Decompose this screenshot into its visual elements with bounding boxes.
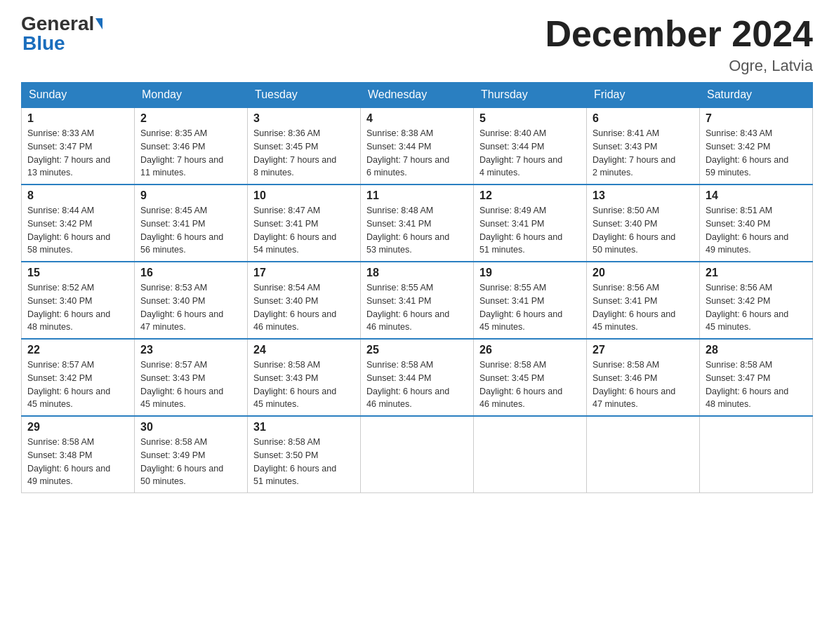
day-info: Sunrise: 8:41 AM Sunset: 3:43 PM Dayligh…: [593, 127, 694, 180]
day-info: Sunrise: 8:44 AM Sunset: 3:42 PM Dayligh…: [27, 204, 128, 257]
day-number: 9: [140, 189, 241, 202]
day-info: Sunrise: 8:58 AM Sunset: 3:43 PM Dayligh…: [253, 358, 355, 411]
day-info: Sunrise: 8:40 AM Sunset: 3:44 PM Dayligh…: [479, 127, 581, 180]
calendar-cell: 20 Sunrise: 8:56 AM Sunset: 3:41 PM Dayl…: [587, 262, 700, 339]
calendar-cell: 7 Sunrise: 8:43 AM Sunset: 3:42 PM Dayli…: [700, 107, 813, 185]
day-number: 12: [479, 189, 581, 202]
day-info: Sunrise: 8:56 AM Sunset: 3:42 PM Dayligh…: [706, 281, 807, 334]
calendar-cell: 8 Sunrise: 8:44 AM Sunset: 3:42 PM Dayli…: [22, 185, 135, 262]
day-number: 19: [479, 267, 581, 279]
day-info: Sunrise: 8:58 AM Sunset: 3:49 PM Dayligh…: [140, 436, 241, 488]
month-title: December 2024: [545, 14, 813, 54]
calendar-cell: 1 Sunrise: 8:33 AM Sunset: 3:47 PM Dayli…: [22, 107, 135, 185]
day-info: Sunrise: 8:58 AM Sunset: 3:46 PM Dayligh…: [593, 358, 694, 411]
day-number: 7: [706, 112, 807, 125]
day-number: 10: [253, 189, 355, 202]
col-wednesday: Wednesday: [361, 83, 474, 108]
calendar-cell: 31 Sunrise: 8:58 AM Sunset: 3:50 PM Dayl…: [248, 416, 361, 493]
day-info: Sunrise: 8:58 AM Sunset: 3:45 PM Dayligh…: [479, 358, 581, 411]
day-number: 22: [27, 344, 128, 356]
location: Ogre, Latvia: [545, 57, 813, 75]
day-number: 29: [27, 421, 128, 434]
day-info: Sunrise: 8:50 AM Sunset: 3:40 PM Dayligh…: [593, 204, 694, 257]
logo: General Blue: [21, 14, 102, 53]
day-info: Sunrise: 8:38 AM Sunset: 3:44 PM Dayligh…: [366, 127, 468, 180]
calendar-cell: 28 Sunrise: 8:58 AM Sunset: 3:47 PM Dayl…: [700, 339, 813, 416]
day-info: Sunrise: 8:58 AM Sunset: 3:48 PM Dayligh…: [27, 436, 128, 488]
day-info: Sunrise: 8:52 AM Sunset: 3:40 PM Dayligh…: [27, 281, 128, 334]
calendar-cell: [587, 416, 700, 493]
day-number: 6: [593, 112, 694, 125]
calendar-cell: 2 Sunrise: 8:35 AM Sunset: 3:46 PM Dayli…: [135, 107, 248, 185]
day-number: 28: [706, 344, 807, 356]
col-tuesday: Tuesday: [248, 83, 361, 108]
day-number: 27: [593, 344, 694, 356]
calendar-cell: [361, 416, 474, 493]
calendar-week-row: 1 Sunrise: 8:33 AM Sunset: 3:47 PM Dayli…: [22, 107, 813, 185]
day-info: Sunrise: 8:47 AM Sunset: 3:41 PM Dayligh…: [253, 204, 355, 257]
day-number: 14: [706, 189, 807, 202]
day-info: Sunrise: 8:54 AM Sunset: 3:40 PM Dayligh…: [253, 281, 355, 334]
col-sunday: Sunday: [22, 83, 135, 108]
calendar-cell: 27 Sunrise: 8:58 AM Sunset: 3:46 PM Dayl…: [587, 339, 700, 416]
page-header: General Blue December 2024 Ogre, Latvia: [21, 14, 813, 75]
col-monday: Monday: [135, 83, 248, 108]
logo-triangle-icon: [95, 18, 102, 29]
calendar-cell: 12 Sunrise: 8:49 AM Sunset: 3:41 PM Dayl…: [474, 185, 587, 262]
calendar-cell: 23 Sunrise: 8:57 AM Sunset: 3:43 PM Dayl…: [135, 339, 248, 416]
calendar-table: Sunday Monday Tuesday Wednesday Thursday…: [21, 82, 813, 493]
day-number: 3: [253, 112, 355, 125]
day-number: 11: [366, 189, 468, 202]
day-number: 13: [593, 189, 694, 202]
day-number: 30: [140, 421, 241, 434]
calendar-header-row: Sunday Monday Tuesday Wednesday Thursday…: [22, 83, 813, 108]
day-info: Sunrise: 8:51 AM Sunset: 3:40 PM Dayligh…: [706, 204, 807, 257]
calendar-cell: [474, 416, 587, 493]
calendar-cell: 15 Sunrise: 8:52 AM Sunset: 3:40 PM Dayl…: [22, 262, 135, 339]
col-saturday: Saturday: [700, 83, 813, 108]
calendar-cell: 21 Sunrise: 8:56 AM Sunset: 3:42 PM Dayl…: [700, 262, 813, 339]
calendar-cell: 30 Sunrise: 8:58 AM Sunset: 3:49 PM Dayl…: [135, 416, 248, 493]
day-number: 16: [140, 267, 241, 279]
day-info: Sunrise: 8:57 AM Sunset: 3:42 PM Dayligh…: [27, 358, 128, 411]
day-info: Sunrise: 8:48 AM Sunset: 3:41 PM Dayligh…: [366, 204, 468, 257]
day-number: 15: [27, 267, 128, 279]
col-thursday: Thursday: [474, 83, 587, 108]
day-info: Sunrise: 8:49 AM Sunset: 3:41 PM Dayligh…: [479, 204, 581, 257]
logo-blue-text: Blue: [22, 34, 65, 53]
day-number: 23: [140, 344, 241, 356]
day-info: Sunrise: 8:45 AM Sunset: 3:41 PM Dayligh…: [140, 204, 241, 257]
calendar-cell: 19 Sunrise: 8:55 AM Sunset: 3:41 PM Dayl…: [474, 262, 587, 339]
day-info: Sunrise: 8:58 AM Sunset: 3:50 PM Dayligh…: [253, 436, 355, 488]
day-number: 18: [366, 267, 468, 279]
day-info: Sunrise: 8:58 AM Sunset: 3:44 PM Dayligh…: [366, 358, 468, 411]
day-info: Sunrise: 8:56 AM Sunset: 3:41 PM Dayligh…: [593, 281, 694, 334]
day-info: Sunrise: 8:35 AM Sunset: 3:46 PM Dayligh…: [140, 127, 241, 180]
day-number: 5: [479, 112, 581, 125]
calendar-week-row: 29 Sunrise: 8:58 AM Sunset: 3:48 PM Dayl…: [22, 416, 813, 493]
calendar-cell: 14 Sunrise: 8:51 AM Sunset: 3:40 PM Dayl…: [700, 185, 813, 262]
day-info: Sunrise: 8:55 AM Sunset: 3:41 PM Dayligh…: [479, 281, 581, 334]
day-number: 20: [593, 267, 694, 279]
calendar-cell: 13 Sunrise: 8:50 AM Sunset: 3:40 PM Dayl…: [587, 185, 700, 262]
day-info: Sunrise: 8:57 AM Sunset: 3:43 PM Dayligh…: [140, 358, 241, 411]
calendar-cell: 5 Sunrise: 8:40 AM Sunset: 3:44 PM Dayli…: [474, 107, 587, 185]
calendar-cell: 9 Sunrise: 8:45 AM Sunset: 3:41 PM Dayli…: [135, 185, 248, 262]
calendar-cell: 22 Sunrise: 8:57 AM Sunset: 3:42 PM Dayl…: [22, 339, 135, 416]
calendar-cell: 4 Sunrise: 8:38 AM Sunset: 3:44 PM Dayli…: [361, 107, 474, 185]
day-number: 2: [140, 112, 241, 125]
day-number: 24: [253, 344, 355, 356]
calendar-week-row: 15 Sunrise: 8:52 AM Sunset: 3:40 PM Dayl…: [22, 262, 813, 339]
calendar-week-row: 8 Sunrise: 8:44 AM Sunset: 3:42 PM Dayli…: [22, 185, 813, 262]
calendar-cell: 3 Sunrise: 8:36 AM Sunset: 3:45 PM Dayli…: [248, 107, 361, 185]
calendar-cell: 6 Sunrise: 8:41 AM Sunset: 3:43 PM Dayli…: [587, 107, 700, 185]
day-info: Sunrise: 8:55 AM Sunset: 3:41 PM Dayligh…: [366, 281, 468, 334]
title-section: December 2024 Ogre, Latvia: [545, 14, 813, 75]
day-number: 1: [27, 112, 128, 125]
calendar-cell: 10 Sunrise: 8:47 AM Sunset: 3:41 PM Dayl…: [248, 185, 361, 262]
calendar-cell: 26 Sunrise: 8:58 AM Sunset: 3:45 PM Dayl…: [474, 339, 587, 416]
day-number: 31: [253, 421, 355, 434]
calendar-cell: 16 Sunrise: 8:53 AM Sunset: 3:40 PM Dayl…: [135, 262, 248, 339]
calendar-cell: 29 Sunrise: 8:58 AM Sunset: 3:48 PM Dayl…: [22, 416, 135, 493]
day-info: Sunrise: 8:36 AM Sunset: 3:45 PM Dayligh…: [253, 127, 355, 180]
